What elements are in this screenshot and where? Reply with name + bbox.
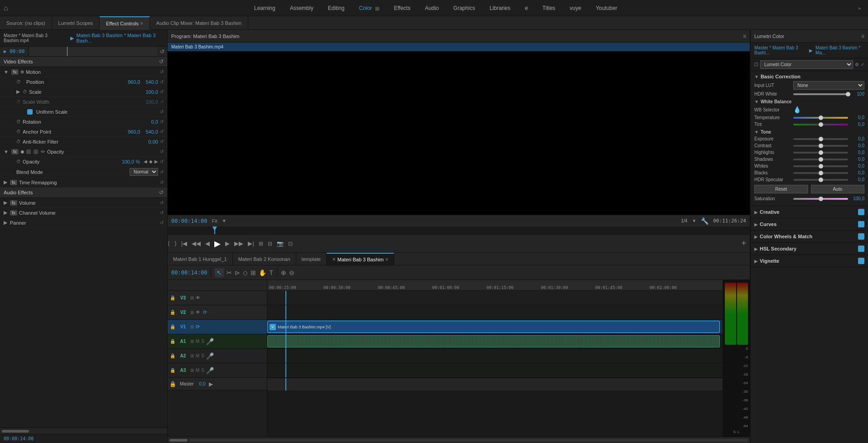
af-stopwatch[interactable]: ⏱ <box>16 139 21 144</box>
highlights-thumb[interactable] <box>819 150 823 155</box>
v3-lock[interactable]: 🔒 <box>169 295 176 300</box>
nav-libraries[interactable]: Libraries <box>483 2 517 14</box>
cw-toggle[interactable] <box>858 233 864 240</box>
a2-lock[interactable]: 🔒 <box>169 353 176 358</box>
blend-mode-select[interactable]: Normal <box>130 168 158 176</box>
track-lane-a2[interactable] <box>267 349 723 363</box>
multi-cam-icon[interactable]: ⊡ <box>288 241 293 247</box>
v2-sync[interactable]: ⊞ <box>190 310 194 315</box>
a2-solo[interactable]: S <box>201 353 204 358</box>
tl-tab-bab3[interactable]: ✕ Materi Bab 3 Bashim ≡ <box>327 253 394 265</box>
time-remapping-group[interactable]: ▶ fx Time Remapping ↺ <box>0 178 167 188</box>
wrench-icon[interactable]: 🔧 <box>701 217 709 225</box>
step-back1-icon[interactable]: ◀ <box>205 240 210 247</box>
a1-clip[interactable] <box>267 335 720 347</box>
scale-reset[interactable]: ↺ <box>160 89 164 94</box>
tl-tab-menu-icon[interactable]: ≡ <box>386 257 388 262</box>
quality-arrow[interactable]: ▼ <box>692 218 696 223</box>
add-button[interactable]: + <box>741 239 746 248</box>
position-x[interactable]: 960,0 <box>128 79 140 85</box>
nav-effects[interactable]: Effects <box>387 2 416 14</box>
contrast-thumb[interactable] <box>819 144 823 148</box>
v1-lock[interactable]: 🔒 <box>169 324 176 329</box>
a1-sync[interactable]: ⊞ <box>190 339 194 344</box>
tl-tab-bab2[interactable]: Materi Bab 2 Konsonan <box>233 253 296 265</box>
mark-out-icon[interactable]: ⟩ <box>174 240 177 247</box>
whites-value[interactable]: 0,0 <box>851 164 864 169</box>
a1-lock[interactable]: 🔒 <box>169 339 176 344</box>
a1-mic[interactable]: 🎤 <box>206 338 214 345</box>
temperature-slider[interactable] <box>793 117 848 119</box>
ripple-tool[interactable]: ✂ <box>227 269 232 276</box>
panner-group[interactable]: ▶ Panner ↺ <box>0 218 167 228</box>
opacity-pen-icon[interactable]: ✏ <box>41 149 45 155</box>
scale-width-value[interactable]: 100,0 <box>145 99 158 105</box>
tint-value[interactable]: 0,0 <box>851 122 864 127</box>
pos-stopwatch[interactable]: ⏱ <box>16 79 21 84</box>
shadows-slider[interactable] <box>793 159 848 160</box>
track-lane-v2[interactable] <box>267 305 723 320</box>
track-lane-a1[interactable] <box>267 334 723 349</box>
ec-scroll-thumb[interactable] <box>2 430 29 433</box>
opacity-reset[interactable]: ↺ <box>160 149 164 154</box>
lc-effect-select[interactable]: Lumetri Color <box>760 60 853 69</box>
rotation-value[interactable]: 0,0 <box>151 119 158 125</box>
zoom-out-icon[interactable]: ⊖ <box>289 269 294 276</box>
scale-value[interactable]: 100,0 <box>145 89 158 95</box>
saturation-value[interactable]: 100,0 <box>851 196 864 201</box>
ec-reset-icon[interactable]: ↺ <box>157 48 167 55</box>
tr-reset[interactable]: ↺ <box>160 180 164 185</box>
uniform-scale-checkbox[interactable] <box>27 109 33 115</box>
sw-stopwatch[interactable]: ⏱ <box>16 99 21 104</box>
a3-sync[interactable]: ⊞ <box>190 368 194 373</box>
a3-mic[interactable]: 🎤 <box>206 367 214 374</box>
whites-thumb[interactable] <box>819 164 823 169</box>
ov-keyframe-left[interactable]: ◀ <box>144 159 147 164</box>
nav-editing[interactable]: Editing <box>322 2 351 14</box>
ov-keyframe-right[interactable]: ▶ <box>154 159 158 164</box>
export-frame-icon[interactable]: 📷 <box>277 241 284 247</box>
saturation-thumb[interactable] <box>819 197 823 201</box>
curves-section[interactable]: ▶ Curves <box>751 218 868 231</box>
lc-enabled-check[interactable]: ✓ <box>861 62 864 67</box>
ae-reset-icon[interactable]: ↺ <box>159 189 164 196</box>
v1-target-icon[interactable]: ⟳ <box>196 324 200 330</box>
tl-tab-close-icon[interactable]: ✕ <box>332 257 336 262</box>
nav-titles[interactable]: Titles <box>536 2 561 14</box>
a1-mute[interactable]: M <box>196 339 199 344</box>
track-lane-a3[interactable] <box>267 363 723 378</box>
volume-group[interactable]: ▶ fx Volume ↺ <box>0 198 167 208</box>
lumetri-menu-icon[interactable]: ≡ <box>861 33 864 39</box>
tl-scroll-track[interactable] <box>189 439 748 442</box>
hdr-white-thumb[interactable] <box>846 92 850 96</box>
hdr-specular-slider[interactable] <box>793 179 848 181</box>
step-fwd-icon[interactable]: ▶▶ <box>234 240 243 247</box>
tab-audio-clip-mixer[interactable]: Audio Clip Mixer: Materi Bab 3 Bashim <box>150 16 248 30</box>
selection-tool[interactable]: ↖ <box>215 268 224 277</box>
vignette-toggle[interactable] <box>858 258 864 264</box>
exposure-slider[interactable] <box>793 138 848 140</box>
v3-eye[interactable]: 👁 <box>196 295 200 300</box>
vol-reset[interactable]: ↺ <box>160 200 164 205</box>
whites-slider[interactable] <box>793 165 848 167</box>
opacity-group[interactable]: ▼ fx ◉ ✏ Opacity ↺ <box>0 147 167 157</box>
a3-mute[interactable]: M <box>196 368 199 373</box>
master-lock[interactable]: 🔒 <box>169 381 176 387</box>
tl-tab-bab1[interactable]: Materi Bab 1 Hunggel_1 <box>168 253 233 265</box>
creative-section[interactable]: ▶ Creative <box>751 206 868 218</box>
master-collapse[interactable]: ▶ <box>209 381 213 387</box>
anchor-y[interactable]: 540,0 <box>145 129 158 135</box>
blacks-slider[interactable] <box>793 172 848 174</box>
position-y[interactable]: 540,0 <box>145 79 158 85</box>
a2-mic[interactable]: 🎤 <box>206 352 214 360</box>
shadows-thumb[interactable] <box>819 157 823 162</box>
motion-reset[interactable]: ↺ <box>160 69 164 74</box>
nav-assembly[interactable]: Assembly <box>284 2 320 14</box>
tint-thumb[interactable] <box>819 122 823 127</box>
curves-toggle[interactable] <box>858 221 864 227</box>
goto-out-icon[interactable]: ▶| <box>248 240 254 247</box>
nav-audio[interactable]: Audio <box>419 2 445 14</box>
hsl-section[interactable]: ▶ HSL Secondary <box>751 243 868 255</box>
lc-effect-toggle-off[interactable]: ☐ <box>754 62 758 67</box>
anti-flicker-value[interactable]: 0,00 <box>149 139 158 144</box>
